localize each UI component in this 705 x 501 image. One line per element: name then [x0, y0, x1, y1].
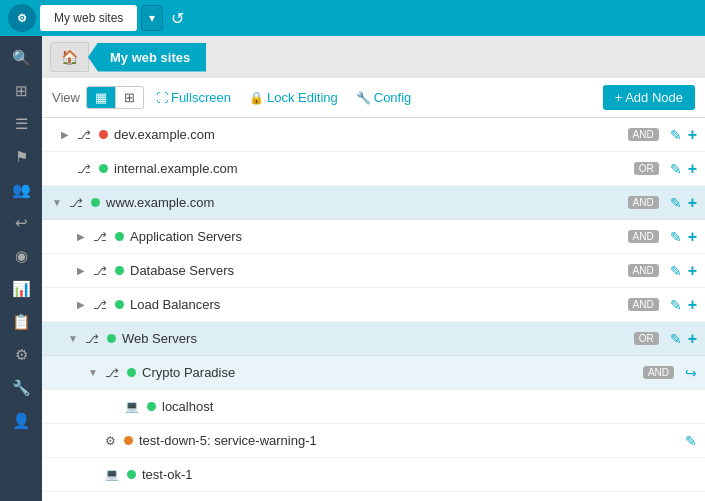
- add-webservers[interactable]: +: [688, 330, 697, 348]
- edit-appservers[interactable]: ✎: [670, 228, 682, 246]
- node-icon-cryptoparadise: ⎇: [105, 366, 119, 380]
- sidebar-icon-doc[interactable]: 📋: [3, 306, 39, 338]
- tree-row-webservers[interactable]: ▼ ⎇ Web Servers OR ✎ +: [42, 322, 705, 356]
- tab-dropdown[interactable]: ▾: [141, 5, 163, 31]
- status-dot-internal: [99, 164, 108, 173]
- tree-row-appservers: ▶ ⎇ Application Servers AND ✎ +: [42, 220, 705, 254]
- add-dev[interactable]: +: [688, 126, 697, 144]
- edit-internal[interactable]: ✎: [670, 160, 682, 178]
- node-name-testok: test-ok-1: [142, 467, 697, 482]
- node-name-www: www.example.com: [106, 195, 621, 210]
- node-icon-appservers: ⎇: [93, 230, 107, 244]
- toggle-dbservers[interactable]: ▶: [74, 265, 88, 276]
- status-dot-testdown: [124, 436, 133, 445]
- sidebar-icon-user[interactable]: 👤: [3, 405, 39, 437]
- edit-dbservers[interactable]: ✎: [670, 262, 682, 280]
- row-actions-lbservers: ✎ +: [670, 296, 697, 314]
- node-name-dbservers: Database Servers: [130, 263, 621, 278]
- tab-my-web-sites[interactable]: My web sites: [40, 5, 137, 31]
- status-dot-dev: [99, 130, 108, 139]
- row-actions-dbservers: ✎ +: [670, 262, 697, 280]
- breadcrumb-home[interactable]: 🏠: [50, 42, 89, 72]
- sidebar-icon-chart[interactable]: 📊: [3, 273, 39, 305]
- lock-icon: 🔒: [249, 91, 264, 105]
- sidebar-icon-menu[interactable]: ☰: [3, 108, 39, 140]
- toggle-appservers[interactable]: ▶: [74, 231, 88, 242]
- sidebar-icon-gear[interactable]: ⚙: [3, 339, 39, 371]
- edit-lbservers[interactable]: ✎: [670, 296, 682, 314]
- badge-dev: AND: [628, 128, 659, 141]
- tab-refresh[interactable]: ↺: [167, 7, 188, 30]
- add-www[interactable]: +: [688, 194, 697, 212]
- add-node-button[interactable]: + Add Node: [603, 85, 695, 110]
- sidebar-icon-flag[interactable]: ⚑: [3, 141, 39, 173]
- status-dot-appservers: [115, 232, 124, 241]
- row-actions-www: ✎ +: [670, 194, 697, 212]
- toolbar: View ▦ ⊞ ⛶ Fullscreen 🔒 Lock Editing 🔧 C…: [42, 78, 705, 118]
- badge-www: AND: [628, 196, 659, 209]
- status-dot-cryptoparadise: [127, 368, 136, 377]
- layout: 🔍 ⊞ ☰ ⚑ 👥 ↩ ◉ 📊 📋 ⚙ 🔧 👤 🏠 My web sites V…: [0, 36, 705, 501]
- sidebar-icon-search[interactable]: 🔍: [3, 42, 39, 74]
- status-dot-dbservers: [115, 266, 124, 275]
- add-dbservers[interactable]: +: [688, 262, 697, 280]
- row-actions-internal: ✎ +: [670, 160, 697, 178]
- toggle-lbservers[interactable]: ▶: [74, 299, 88, 310]
- lock-editing-button[interactable]: 🔒 Lock Editing: [243, 86, 344, 109]
- view-tree-button[interactable]: ⊞: [116, 86, 144, 109]
- app-logo: ⚙: [8, 4, 36, 32]
- toggle-www[interactable]: ▼: [50, 197, 64, 208]
- main-area: 🏠 My web sites View ▦ ⊞ ⛶ Fullscreen 🔒 L…: [42, 36, 705, 501]
- node-icon-dev: ⎇: [77, 128, 91, 142]
- view-buttons: ▦ ⊞: [86, 86, 144, 109]
- badge-dbservers: AND: [628, 264, 659, 277]
- top-bar: ⚙ My web sites ▾ ↺: [0, 0, 705, 36]
- toggle-cryptoparadise[interactable]: ▼: [86, 367, 100, 378]
- badge-internal: OR: [634, 162, 659, 175]
- node-icon-webservers: ⎇: [85, 332, 99, 346]
- view-grid-button[interactable]: ▦: [86, 86, 116, 109]
- sidebar-icon-circle[interactable]: ◉: [3, 240, 39, 272]
- sidebar-icon-wrench[interactable]: 🔧: [3, 372, 39, 404]
- tree-row-www: ▼ ⎇ www.example.com AND ✎ +: [42, 186, 705, 220]
- node-icon-internal: ⎇: [77, 162, 91, 176]
- row-actions-dev: ✎ +: [670, 126, 697, 144]
- breadcrumb-bar: 🏠 My web sites: [42, 36, 705, 78]
- add-appservers[interactable]: +: [688, 228, 697, 246]
- fullscreen-button[interactable]: ⛶ Fullscreen: [150, 86, 237, 109]
- tree-row-dbservers: ▶ ⎇ Database Servers AND ✎ +: [42, 254, 705, 288]
- view-label: View: [52, 90, 80, 105]
- node-name-appservers: Application Servers: [130, 229, 621, 244]
- row-actions-cryptoparadise: ↪: [685, 365, 697, 381]
- node-icon-localhost: 💻: [125, 400, 139, 413]
- config-icon: 🔧: [356, 91, 371, 105]
- sidebar: 🔍 ⊞ ☰ ⚑ 👥 ↩ ◉ 📊 📋 ⚙ 🔧 👤: [0, 36, 42, 501]
- config-button[interactable]: 🔧 Config: [350, 86, 418, 109]
- node-icon-lbservers: ⎇: [93, 298, 107, 312]
- node-icon-dbservers: ⎇: [93, 264, 107, 278]
- edit-webservers[interactable]: ✎: [670, 330, 682, 348]
- tree-row-testok: 💻 test-ok-1: [42, 458, 705, 492]
- badge-lbservers: AND: [628, 298, 659, 311]
- badge-webservers: OR: [634, 332, 659, 345]
- add-lbservers[interactable]: +: [688, 296, 697, 314]
- fullscreen-icon: ⛶: [156, 91, 168, 105]
- row-actions-appservers: ✎ +: [670, 228, 697, 246]
- redirect-cryptoparadise[interactable]: ↪: [685, 365, 697, 381]
- add-internal[interactable]: +: [688, 160, 697, 178]
- sidebar-icon-history[interactable]: ↩: [3, 207, 39, 239]
- toggle-webservers[interactable]: ▼: [66, 333, 80, 344]
- badge-cryptoparadise: AND: [643, 366, 674, 379]
- tree-row-cryptoparadise: ▼ ⎇ Crypto Paradise AND ↪: [42, 356, 705, 390]
- node-name-dev: dev.example.com: [114, 127, 621, 142]
- edit-dev[interactable]: ✎: [670, 126, 682, 144]
- status-dot-www: [91, 198, 100, 207]
- toggle-dev[interactable]: ▶: [58, 129, 72, 140]
- sidebar-icon-people[interactable]: 👥: [3, 174, 39, 206]
- status-dot-webservers: [107, 334, 116, 343]
- row-actions-testdown: ✎: [685, 433, 697, 449]
- sidebar-icon-grid[interactable]: ⊞: [3, 75, 39, 107]
- edit-testdown[interactable]: ✎: [685, 433, 697, 449]
- edit-www[interactable]: ✎: [670, 194, 682, 212]
- tree-content: ▶ ⎇ dev.example.com AND ✎ + ⎇ internal.e…: [42, 118, 705, 501]
